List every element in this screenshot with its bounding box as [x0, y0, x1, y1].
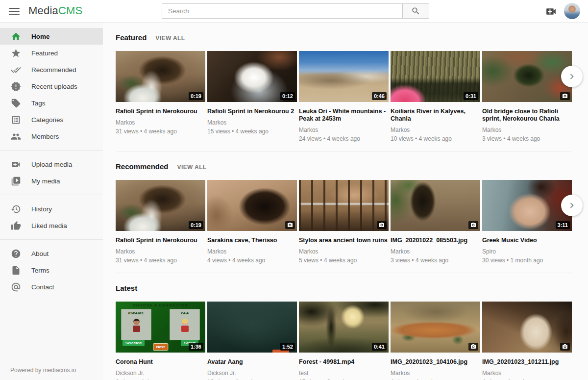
media-thumbnail[interactable] [391, 180, 480, 231]
media-meta: 30 views • 1 month ago [482, 257, 572, 264]
media-card[interactable]: 3:11Greek Music VideoSpiro30 views • 1 m… [482, 180, 572, 264]
media-title[interactable]: Rafioli Sprint in Nerokourou [116, 237, 205, 244]
view-all-link[interactable]: VIEW ALL [155, 35, 185, 42]
media-thumbnail[interactable]: 3:11 [482, 180, 572, 231]
sidebar-item-terms[interactable]: Terms [0, 262, 103, 279]
media-title[interactable]: Avatar Aang [207, 358, 297, 366]
view-all-link[interactable]: VIEW ALL [177, 164, 207, 171]
media-card[interactable]: Stylos area ancient town ruinsMarkos5 vi… [299, 180, 389, 264]
media-thumbnail[interactable] [482, 51, 572, 102]
media-title[interactable]: IMG_20201023_104106.jpg [391, 358, 480, 366]
sidebar-item-tags[interactable]: Tags [0, 95, 103, 111]
menu-button[interactable] [8, 5, 21, 17]
media-thumbnail[interactable] [391, 302, 480, 353]
media-author[interactable]: Markos [482, 370, 572, 377]
media-thumbnail[interactable]: 0:46 [299, 51, 389, 102]
media-author[interactable]: Markos [116, 248, 205, 255]
media-title[interactable]: IMG_20201023_101211.jpg [482, 358, 572, 366]
media-title[interactable]: Rafioli Sprint in Nerokourou [116, 108, 205, 115]
media-thumbnail[interactable]: 0:12 [207, 51, 297, 102]
media-author[interactable]: Markos [207, 119, 297, 126]
media-card[interactable]: 0:19Rafioli Sprint in NerokourouMarkos31… [116, 51, 205, 142]
media-thumbnail[interactable] [299, 180, 389, 231]
sidebar-item-members[interactable]: Members [0, 128, 103, 145]
media-title[interactable]: Forest - 49981.mp4 [299, 358, 389, 366]
media-title[interactable]: IMG_20201022_085503.jpg [391, 237, 480, 244]
media-author[interactable]: Dickson Jr. [207, 370, 297, 377]
media-thumbnail[interactable]: CHOOSE A CHARACTERKWAMEYAASelectedNextSe… [116, 302, 205, 353]
media-title[interactable]: Leuka Ori - White mountains - Peak at 24… [299, 108, 389, 123]
media-author[interactable]: Spiro [482, 248, 572, 255]
media-title[interactable]: Corona Hunt [116, 358, 205, 366]
duration-badge: 0:41 [372, 343, 387, 351]
media-title[interactable]: Stylos area ancient town ruins [299, 237, 389, 244]
media-card[interactable]: 1:52Avatar AangDickson Jr.12 views • 1 w… [207, 302, 297, 380]
media-card[interactable]: Old bridge close to Rafioli sprint, Nero… [482, 51, 572, 142]
upload-media-button[interactable] [544, 5, 558, 17]
sidebar-item-recommended[interactable]: Recommended [0, 61, 103, 78]
media-author[interactable]: Markos [116, 119, 205, 126]
carousel-next-button[interactable] [561, 195, 583, 216]
sidebar-item-about[interactable]: About [0, 245, 103, 262]
media-card[interactable]: Sarakina cave, TherissoMarkos4 views • 4… [207, 180, 297, 264]
media-title[interactable]: Greek Music Video [482, 237, 572, 244]
search-input[interactable] [162, 3, 402, 19]
photo-badge [468, 221, 478, 229]
search-bar [162, 3, 429, 19]
media-meta: 24 views • 4 weeks ago [299, 135, 389, 142]
media-cards-row: 0:19Rafioli Sprint in NerokourouMarkos31… [116, 51, 572, 142]
video-library-icon [10, 176, 21, 186]
sidebar-item-categories[interactable]: Categories [0, 111, 103, 128]
sidebar-item-history[interactable]: History [0, 201, 103, 217]
media-author[interactable]: Markos [299, 127, 389, 133]
media-thumbnail[interactable] [207, 180, 297, 231]
media-card[interactable]: 0:19Rafioli Sprint in NerokourouMarkos31… [116, 180, 205, 264]
duration-badge: 1:36 [189, 343, 203, 351]
sidebar-item-liked-media[interactable]: Liked media [0, 217, 103, 234]
sidebar-item-my-media[interactable]: My media [0, 173, 103, 189]
media-meta: 31 views • 4 weeks ago [116, 257, 205, 264]
media-author[interactable]: Markos [482, 127, 572, 133]
media-author[interactable]: Markos [391, 127, 480, 133]
search-button[interactable] [402, 3, 429, 19]
media-author[interactable]: Markos [391, 248, 480, 255]
media-card[interactable]: CHOOSE A CHARACTERKWAMEYAASelectedNextSe… [116, 302, 205, 380]
sidebar-item-contact[interactable]: Contact [0, 279, 103, 295]
sidebar-item-featured[interactable]: Featured [0, 45, 103, 61]
media-thumbnail[interactable] [482, 302, 572, 353]
media-card[interactable]: 0:46Leuka Ori - White mountains - Peak a… [299, 51, 389, 142]
carousel-next-button[interactable] [561, 66, 583, 87]
media-author[interactable]: Markos [391, 370, 480, 377]
media-card[interactable]: IMG_20201023_104106.jpgMarkos4 views • 4… [391, 302, 480, 380]
media-card[interactable]: 0:12Rafioli Sprint in Nerokourou 2Markos… [207, 51, 297, 142]
user-avatar[interactable] [564, 3, 580, 19]
media-title[interactable]: Rafioli Sprint in Nerokourou 2 [207, 108, 297, 115]
media-title[interactable]: Old bridge close to Rafioli sprint, Nero… [482, 108, 572, 123]
media-card[interactable]: 0:41Forest - 49981.mp4test17 views • 3 w… [299, 302, 389, 380]
sidebar-item-home[interactable]: Home [0, 28, 103, 45]
photo-badge [560, 92, 570, 100]
media-thumbnail[interactable]: 1:52 [207, 302, 297, 353]
media-thumbnail[interactable]: 0:31 [391, 51, 480, 102]
media-author[interactable]: Markos [299, 248, 389, 255]
media-author[interactable]: Markos [207, 248, 297, 255]
powered-by-text: Powered by mediacms.io [10, 367, 76, 374]
sidebar-item-upload-media[interactable]: Upload media [0, 156, 103, 173]
media-card[interactable]: 0:31Koiliaris River in Kalyves, ChaniaMa… [391, 51, 480, 142]
media-thumbnail[interactable]: 0:19 [116, 180, 205, 231]
media-card[interactable]: IMG_20201022_085503.jpgMarkos3 views • 4… [391, 180, 480, 264]
section-header: FeaturedVIEW ALL [116, 33, 572, 42]
thumb-up-icon [10, 220, 21, 231]
home-icon [10, 31, 21, 42]
media-author[interactable]: Dickson Jr. [116, 370, 205, 377]
sidebar-item-recent-uploads[interactable]: Recent uploads [0, 78, 103, 95]
duration-badge: 0:31 [464, 92, 478, 100]
game-selected-button: Selected [122, 340, 145, 346]
media-thumbnail[interactable]: 0:19 [116, 51, 205, 102]
media-card[interactable]: IMG_20201023_101211.jpgMarkos4 views • 4… [482, 302, 572, 380]
media-title[interactable]: Sarakina cave, Therisso [207, 237, 297, 244]
media-title[interactable]: Koiliaris River in Kalyves, Chania [391, 108, 480, 123]
media-thumbnail[interactable]: 0:41 [299, 302, 389, 353]
media-author[interactable]: test [299, 370, 389, 377]
mediacms-logo[interactable]: MediaCMS [28, 4, 82, 17]
